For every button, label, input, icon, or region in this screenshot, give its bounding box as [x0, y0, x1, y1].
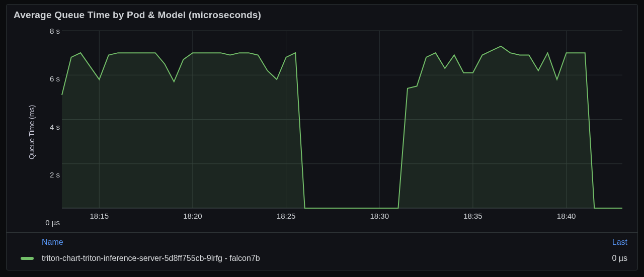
x-tick-label: 18:40	[557, 212, 576, 220]
y-tick-label: 4 s	[37, 122, 60, 131]
legend-header[interactable]: Name Last	[16, 233, 629, 251]
x-tick-label: 18:35	[463, 212, 482, 220]
y-tick-label: 8 s	[37, 27, 60, 35]
legend-series-name: triton-chart-triton-inference-server-5d8…	[42, 254, 612, 263]
chart-area[interactable]: Queue Time (ms) 0 µs2 s4 s6 s8 s 18:1518…	[7, 24, 637, 232]
legend-header-name[interactable]: Name	[42, 238, 63, 247]
legend-rows: triton-chart-triton-inference-server-5d8…	[16, 251, 629, 265]
panel-header: Average Queue Time by Pod & Model (micro…	[7, 5, 637, 24]
plot-area	[62, 31, 622, 208]
chart-panel: Average Queue Time by Pod & Model (micro…	[6, 4, 638, 270]
x-tick-label: 18:25	[277, 212, 296, 220]
data-series	[62, 31, 622, 208]
y-axis-label: Queue Time (ms)	[28, 105, 36, 159]
legend: Name Last triton-chart-triton-inference-…	[7, 232, 637, 270]
y-tick-label: 0 µs	[37, 218, 60, 227]
x-tick-label: 18:15	[90, 212, 109, 220]
legend-header-last[interactable]: Last	[612, 238, 627, 247]
panel-title: Average Queue Time by Pod & Model (micro…	[14, 10, 630, 21]
y-tick-label: 6 s	[37, 74, 60, 83]
legend-last-value: 0 µs	[612, 254, 627, 263]
x-tick-label: 18:30	[370, 212, 389, 220]
x-tick-label: 18:20	[183, 212, 202, 220]
legend-swatch	[21, 257, 34, 260]
y-tick-label: 2 s	[37, 170, 60, 178]
legend-row[interactable]: triton-chart-triton-inference-server-5d8…	[16, 251, 629, 265]
